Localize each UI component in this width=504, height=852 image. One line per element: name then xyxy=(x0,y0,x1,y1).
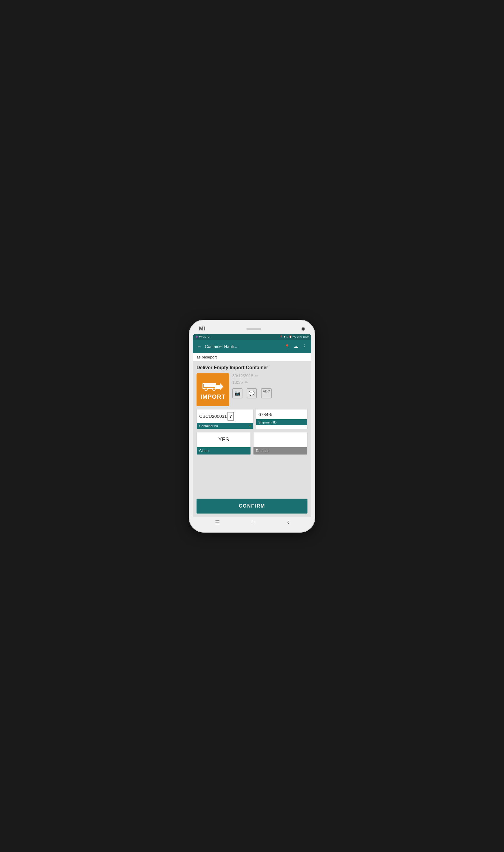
clean-damage-row: YES Clean Damage xyxy=(197,432,307,455)
app-bar: ← Container Hauli... 📍 ☁ ⋮ xyxy=(193,340,311,353)
status-dots: ··· xyxy=(210,336,212,338)
svg-point-4 xyxy=(213,388,215,391)
status-user-icon: Ю xyxy=(207,336,209,338)
ocr-button[interactable]: ABC xyxy=(261,388,272,398)
action-icons-row: 📷 💬 ABC xyxy=(232,388,307,398)
phone-top-bar: MI xyxy=(193,326,311,332)
import-badge: IMPORT xyxy=(197,373,229,406)
shipment-id-text: 6784-5 xyxy=(258,412,273,417)
truck-icon xyxy=(202,379,223,393)
shipment-label-text: Shipment ID xyxy=(258,420,277,424)
confirm-button[interactable]: CONFIRM xyxy=(197,498,307,513)
bottom-nav-bar: ☰ □ ‹ xyxy=(193,517,311,528)
damage-field[interactable]: Damage xyxy=(253,432,307,455)
status-maps-icon: 🗺 xyxy=(199,336,202,338)
nav-menu-button[interactable]: ☰ xyxy=(215,519,220,526)
time-edit-icon[interactable]: ✏ xyxy=(245,380,248,385)
comment-button[interactable]: 💬 xyxy=(247,388,257,398)
phone-screen: 🍇 🗺 GE Ю ··· 📍 ✱ N ⏰ 4G 36% 18:39 ← Cont… xyxy=(193,334,311,528)
status-apps-icon: 🍇 xyxy=(195,336,198,338)
location-pin-icon[interactable]: 📍 xyxy=(284,343,290,350)
camera-icon: 📷 xyxy=(234,391,240,396)
status-network-icon: 4G xyxy=(293,336,296,338)
clean-label: Clean xyxy=(197,447,251,454)
status-nfc-icon: N xyxy=(287,336,288,338)
container-number-value: CBCU200031 7 xyxy=(197,410,253,423)
time-value: 18:35 xyxy=(232,380,243,385)
damage-value xyxy=(253,432,307,447)
empty-area xyxy=(197,458,307,493)
comment-icon: 💬 xyxy=(249,391,255,396)
damage-label: Damage xyxy=(253,447,307,454)
phone-frame: MI 🍇 🗺 GE Ю ··· 📍 ✱ N ⏰ 4G 36% 18:39 xyxy=(190,320,314,532)
card-header-row: IMPORT 30/12/2018 ✏ 18:35 ✏ xyxy=(197,373,307,406)
container-label-text: Container no xyxy=(199,424,218,428)
task-card: Deliver Empty Import Container xyxy=(193,361,311,517)
date-edit-icon[interactable]: ✏ xyxy=(255,373,258,378)
date-value: 30/12/2018 xyxy=(232,373,253,378)
camera-button[interactable]: 📷 xyxy=(232,388,242,398)
app-title: Container Hauli... xyxy=(205,344,281,349)
container-label: Container no * xyxy=(197,423,253,429)
container-check-digit: 7 xyxy=(228,412,234,420)
cloud-sync-icon[interactable]: ☁ xyxy=(292,343,299,350)
container-prefix: CBCU200031 xyxy=(199,414,227,419)
required-marker: * xyxy=(249,424,251,428)
import-label: IMPORT xyxy=(200,393,226,400)
more-options-icon[interactable]: ⋮ xyxy=(302,343,308,350)
status-left-icons: 🍇 🗺 GE Ю ··· xyxy=(195,336,212,338)
nav-home-button[interactable]: □ xyxy=(252,519,255,525)
svg-rect-1 xyxy=(216,385,220,389)
clean-field[interactable]: YES Clean xyxy=(197,432,251,455)
status-alarm-icon: ⏰ xyxy=(289,336,292,338)
container-fields-row: CBCU200031 7 Container no * 6784-5 xyxy=(197,409,307,429)
status-battery: 36% xyxy=(297,336,302,338)
status-time: 18:39 xyxy=(303,336,309,338)
nav-back-button[interactable]: ‹ xyxy=(287,519,289,525)
status-bar: 🍇 🗺 GE Ю ··· 📍 ✱ N ⏰ 4G 36% 18:39 xyxy=(193,334,311,340)
screen-content: as baseport Deliver Empty Import Contain… xyxy=(193,353,311,517)
date-row: 30/12/2018 ✏ xyxy=(232,373,307,378)
svg-point-3 xyxy=(205,388,208,391)
card-title: Deliver Empty Import Container xyxy=(197,365,307,370)
speaker xyxy=(246,328,261,330)
back-button[interactable]: ← xyxy=(196,343,202,350)
status-bluetooth-icon: ✱ xyxy=(284,336,286,338)
shipment-id-field[interactable]: 6784-5 Shipment ID xyxy=(256,409,307,429)
svg-marker-2 xyxy=(220,383,224,390)
status-ge-icon: GE xyxy=(202,336,206,338)
clean-value: YES xyxy=(197,432,251,447)
card-meta: 30/12/2018 ✏ 18:35 ✏ 📷 💬 xyxy=(232,373,307,398)
baseport-label: as baseport xyxy=(193,353,311,361)
time-row: 18:35 ✏ xyxy=(232,380,307,385)
shipment-id-value: 6784-5 xyxy=(256,410,307,419)
status-right-icons: 📍 ✱ N ⏰ 4G 36% 18:39 xyxy=(280,336,309,338)
shipment-label: Shipment ID xyxy=(256,419,307,425)
front-camera xyxy=(302,327,305,331)
status-location-icon: 📍 xyxy=(280,336,283,338)
mi-logo: MI xyxy=(199,326,206,332)
container-number-field[interactable]: CBCU200031 7 Container no * xyxy=(197,409,253,429)
